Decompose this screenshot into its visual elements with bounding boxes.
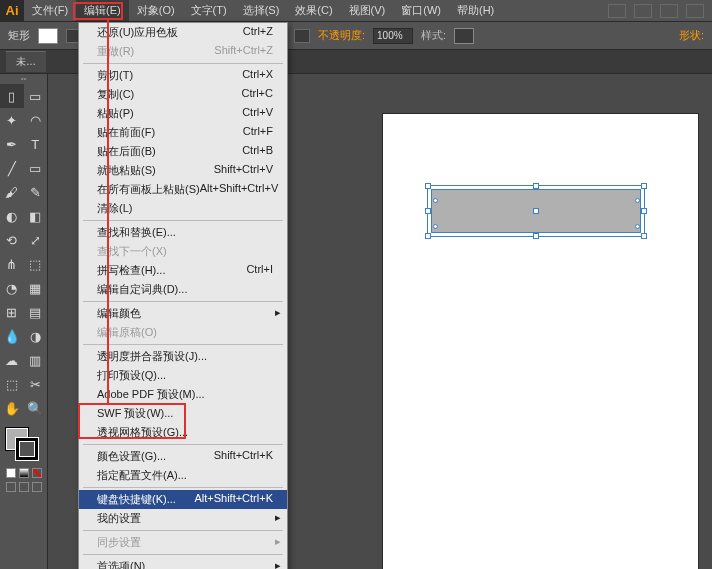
tool-shape-builder[interactable]: ◔ [0, 276, 24, 300]
tool-perspective[interactable]: ▦ [24, 276, 48, 300]
stroke-color[interactable] [16, 438, 38, 460]
tool-lasso[interactable]: ◠ [24, 108, 48, 132]
screen-mode-icon[interactable] [19, 482, 29, 492]
resize-handle[interactable] [425, 183, 431, 189]
menu-file[interactable]: 文件(F) [24, 0, 76, 21]
tool-line[interactable]: ╱ [0, 156, 24, 180]
menu-item[interactable]: 贴在前面(F)Ctrl+F [79, 123, 287, 142]
menu-item[interactable]: 键盘快捷键(K)...Alt+Shift+Ctrl+K [79, 490, 287, 509]
layout-icon[interactable] [634, 4, 652, 18]
color-mode-icon[interactable] [6, 468, 16, 478]
menu-type[interactable]: 文字(T) [183, 0, 235, 21]
menu-item[interactable]: Adobe PDF 预设(M)... [79, 385, 287, 404]
artboard[interactable] [383, 114, 698, 569]
color-swatches [0, 426, 47, 466]
opacity-input[interactable] [373, 28, 413, 44]
menu-select[interactable]: 选择(S) [235, 0, 288, 21]
tool-blob[interactable]: ◐ [0, 204, 24, 228]
tool-slice[interactable]: ✂ [24, 372, 48, 396]
submenu-arrow-icon: ▸ [275, 306, 281, 319]
document-tab[interactable]: 未… [6, 51, 46, 72]
menu-item[interactable]: 我的设置▸ [79, 509, 287, 528]
menu-item-label: 编辑自定词典(D)... [97, 282, 187, 297]
menu-item-label: 就地粘贴(S) [97, 163, 156, 178]
tool-eraser[interactable]: ◧ [24, 204, 48, 228]
menu-separator [83, 63, 283, 64]
tool-rectangle[interactable]: ▭ [24, 156, 48, 180]
tool-selection[interactable]: ▯ [0, 84, 24, 108]
center-handle[interactable] [533, 208, 539, 214]
menu-item-shortcut: Ctrl+B [242, 144, 273, 159]
menu-item[interactable]: 编辑颜色▸ [79, 304, 287, 323]
menu-item[interactable]: 首选项(N)▸ [79, 557, 287, 569]
menu-item[interactable]: 查找和替换(E)... [79, 223, 287, 242]
tool-rotate[interactable]: ⟲ [0, 228, 24, 252]
gradient-mode-icon[interactable] [19, 468, 29, 478]
style-swatch[interactable] [454, 28, 474, 44]
menu-item[interactable]: 剪切(T)Ctrl+X [79, 66, 287, 85]
toolbox-grip-icon[interactable]: •• [21, 74, 27, 84]
tool-graph[interactable]: ▥ [24, 348, 48, 372]
tool-magic-wand[interactable]: ✦ [0, 108, 24, 132]
tool-free-transform[interactable]: ⬚ [24, 252, 48, 276]
menu-item[interactable]: 还原(U)应用色板Ctrl+Z [79, 23, 287, 42]
menu-item[interactable]: 清除(L) [79, 199, 287, 218]
menu-item[interactable]: 贴在后面(B)Ctrl+B [79, 142, 287, 161]
resize-handle[interactable] [425, 233, 431, 239]
menu-edit[interactable]: 编辑(E) [76, 0, 129, 21]
layout-icon[interactable] [608, 4, 626, 18]
style-dropdown-icon[interactable] [294, 29, 310, 43]
tool-type[interactable]: T [24, 132, 48, 156]
anchor-point[interactable] [635, 198, 640, 203]
layout-icon[interactable] [660, 4, 678, 18]
menu-item[interactable]: 复制(C)Ctrl+C [79, 85, 287, 104]
resize-handle[interactable] [425, 208, 431, 214]
tool-blend[interactable]: ◑ [24, 324, 48, 348]
menu-item[interactable]: SWF 预设(W)... [79, 404, 287, 423]
menu-item[interactable]: 透视网格预设(G)... [79, 423, 287, 442]
resize-handle[interactable] [533, 183, 539, 189]
anchor-point[interactable] [635, 224, 640, 229]
screen-mode-icon[interactable] [32, 482, 42, 492]
screen-mode-icon[interactable] [6, 482, 16, 492]
menu-view[interactable]: 视图(V) [341, 0, 394, 21]
menu-item: 同步设置▸ [79, 533, 287, 552]
tool-symbol[interactable]: ☁ [0, 348, 24, 372]
tool-direct-select[interactable]: ▭ [24, 84, 48, 108]
menu-item[interactable]: 粘贴(P)Ctrl+V [79, 104, 287, 123]
resize-handle[interactable] [641, 208, 647, 214]
menu-help[interactable]: 帮助(H) [449, 0, 502, 21]
menu-item[interactable]: 拼写检查(H)...Ctrl+I [79, 261, 287, 280]
tool-width[interactable]: ⋔ [0, 252, 24, 276]
menu-window[interactable]: 窗口(W) [393, 0, 449, 21]
tool-zoom[interactable]: 🔍 [24, 396, 48, 420]
menu-item[interactable]: 打印预设(Q)... [79, 366, 287, 385]
layout-icon[interactable] [686, 4, 704, 18]
tool-mesh[interactable]: ⊞ [0, 300, 24, 324]
resize-handle[interactable] [641, 233, 647, 239]
resize-handle[interactable] [641, 183, 647, 189]
tool-scale[interactable]: ⤢ [24, 228, 48, 252]
menu-item[interactable]: 编辑自定词典(D)... [79, 280, 287, 299]
tool-artboard[interactable]: ⬚ [0, 372, 24, 396]
anchor-point[interactable] [433, 198, 438, 203]
tool-pencil[interactable]: ✎ [24, 180, 48, 204]
tool-gradient[interactable]: ▤ [24, 300, 48, 324]
tool-pen[interactable]: ✒ [0, 132, 24, 156]
menu-object[interactable]: 对象(O) [129, 0, 183, 21]
anchor-point[interactable] [433, 224, 438, 229]
menu-item[interactable]: 在所有画板上粘贴(S)Alt+Shift+Ctrl+V [79, 180, 287, 199]
menu-item-label: 编辑原稿(O) [97, 325, 157, 340]
resize-handle[interactable] [533, 233, 539, 239]
fill-swatch[interactable] [38, 28, 58, 44]
menu-item[interactable]: 就地粘贴(S)Shift+Ctrl+V [79, 161, 287, 180]
menu-bar: 文件(F) 编辑(E) 对象(O) 文字(T) 选择(S) 效果(C) 视图(V… [24, 0, 502, 21]
tool-eyedropper[interactable]: 💧 [0, 324, 24, 348]
menu-item[interactable]: 颜色设置(G)...Shift+Ctrl+K [79, 447, 287, 466]
tool-hand[interactable]: ✋ [0, 396, 24, 420]
menu-item[interactable]: 透明度拼合器预设(J)... [79, 347, 287, 366]
tool-paintbrush[interactable]: 🖌 [0, 180, 24, 204]
menu-effect[interactable]: 效果(C) [287, 0, 340, 21]
menu-item[interactable]: 指定配置文件(A)... [79, 466, 287, 485]
none-mode-icon[interactable] [32, 468, 42, 478]
